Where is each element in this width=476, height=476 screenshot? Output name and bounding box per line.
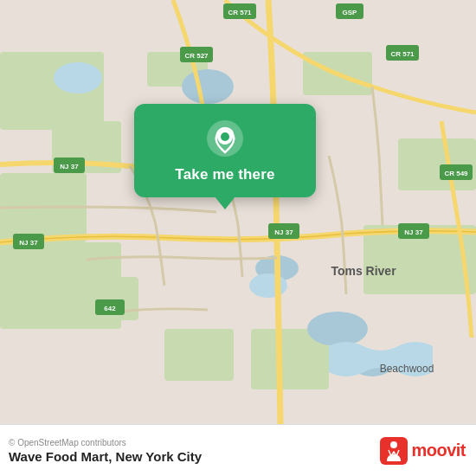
svg-text:CR 571: CR 571 [228,9,252,16]
location-pin-icon [206,119,244,158]
svg-point-17 [249,273,287,298]
take-me-there-button[interactable]: Take me there [175,166,274,183]
svg-text:CR 549: CR 549 [444,170,468,177]
svg-text:CR 571: CR 571 [390,50,415,58]
svg-text:NJ 37: NJ 37 [404,228,423,236]
svg-point-12 [182,69,234,104]
bottom-bar: © OpenStreetMap contributors Wave Food M… [0,424,476,476]
location-name: Wave Food Mart, New York City [9,449,202,464]
svg-text:Toms River: Toms River [331,264,396,278]
moovit-text: moovit [411,441,466,460]
osm-credit: © OpenStreetMap contributors [9,438,202,447]
svg-text:Beachwood: Beachwood [380,363,434,375]
svg-text:GSP: GSP [343,9,358,16]
popup-card[interactable]: Take me there [134,104,316,197]
svg-text:CR 527: CR 527 [184,52,209,60]
moovit-icon [380,437,408,465]
svg-rect-6 [164,329,234,381]
svg-point-14 [307,312,368,346]
moovit-logo[interactable]: moovit [380,437,466,465]
svg-text:642: 642 [104,305,116,312]
svg-point-44 [390,441,397,448]
svg-text:NJ 37: NJ 37 [274,228,293,236]
map-container: NJ 37 NJ 37 NJ 37 NJ 37 CR 571 CR 571 CR… [0,0,476,424]
map-background: NJ 37 NJ 37 NJ 37 NJ 37 CR 571 CR 571 CR… [0,0,476,424]
bottom-left: © OpenStreetMap contributors Wave Food M… [9,438,202,464]
svg-text:NJ 37: NJ 37 [19,239,38,247]
svg-text:NJ 37: NJ 37 [60,163,79,170]
svg-point-16 [54,62,102,93]
svg-point-42 [221,132,229,141]
